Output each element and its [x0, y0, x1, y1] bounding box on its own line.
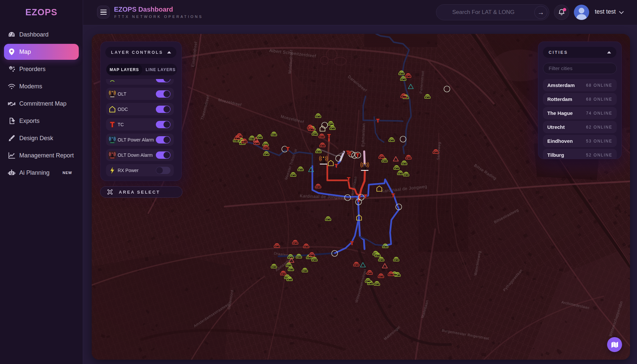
svg-text:Eykmanlaan: Eykmanlaan — [361, 123, 366, 147]
